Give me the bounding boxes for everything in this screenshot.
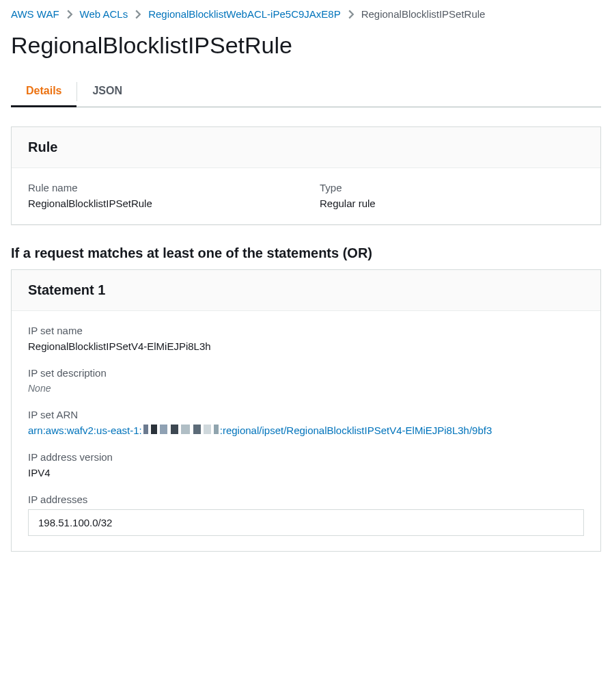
rule-panel: Rule Rule name RegionalBlocklistIPSetRul… xyxy=(11,126,601,225)
ip-address-entry: 198.51.100.0/32 xyxy=(38,517,574,528)
arn-redacted-account xyxy=(143,425,219,434)
rule-name-label: Rule name xyxy=(28,182,292,193)
page-title: RegionalBlocklistIPSetRule xyxy=(0,25,612,77)
tab-details[interactable]: Details xyxy=(11,77,76,107)
chevron-right-icon xyxy=(348,10,354,19)
breadcrumb-current: RegionalBlocklistIPSetRule xyxy=(361,8,486,20)
ip-set-arn-link[interactable]: arn:aws:wafv2:us-east-1::regional/ipset/… xyxy=(28,425,492,436)
breadcrumb-web-acl-name[interactable]: RegionalBlocklistWebACL-iPe5C9JAxE8P xyxy=(148,8,341,20)
ip-set-description-value: None xyxy=(28,383,584,394)
match-condition-heading: If a request matches at least one of the… xyxy=(11,245,601,261)
tabs: Details JSON xyxy=(11,77,601,107)
ip-set-name-value: RegionalBlocklistIPSetV4-ElMiEJPi8L3h xyxy=(28,340,584,352)
ip-set-arn-label: IP set ARN xyxy=(28,409,584,420)
ip-set-name-label: IP set name xyxy=(28,325,584,336)
statement-1-panel: Statement 1 IP set name RegionalBlocklis… xyxy=(11,269,601,552)
rule-type-label: Type xyxy=(320,182,584,193)
rule-name-value: RegionalBlocklistIPSetRule xyxy=(28,198,292,209)
ip-addresses-box: 198.51.100.0/32 xyxy=(28,509,584,536)
ip-addresses-label: IP addresses xyxy=(28,494,584,505)
breadcrumb-aws-waf[interactable]: AWS WAF xyxy=(11,8,59,20)
ip-version-value: IPV4 xyxy=(28,467,584,479)
ip-set-description-label: IP set description xyxy=(28,367,584,379)
rule-panel-heading: Rule xyxy=(12,127,600,168)
chevron-right-icon xyxy=(66,10,73,19)
ip-version-label: IP address version xyxy=(28,451,584,463)
arn-suffix: :regional/ipset/RegionalBlocklistIPSetV4… xyxy=(220,425,492,436)
rule-type-value: Regular rule xyxy=(320,198,584,209)
chevron-right-icon xyxy=(135,10,141,19)
tab-json[interactable]: JSON xyxy=(77,77,137,107)
arn-prefix: arn:aws:wafv2:us-east-1: xyxy=(28,425,142,436)
statement-1-heading: Statement 1 xyxy=(12,270,600,311)
breadcrumb: AWS WAF Web ACLs RegionalBlocklistWebACL… xyxy=(0,0,612,25)
breadcrumb-web-acls[interactable]: Web ACLs xyxy=(80,8,128,20)
